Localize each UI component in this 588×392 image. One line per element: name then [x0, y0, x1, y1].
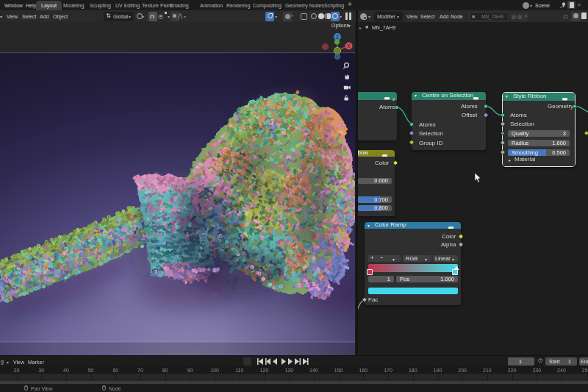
svg-text:X: X — [347, 43, 351, 49]
svg-text:Z: Z — [336, 35, 339, 40]
